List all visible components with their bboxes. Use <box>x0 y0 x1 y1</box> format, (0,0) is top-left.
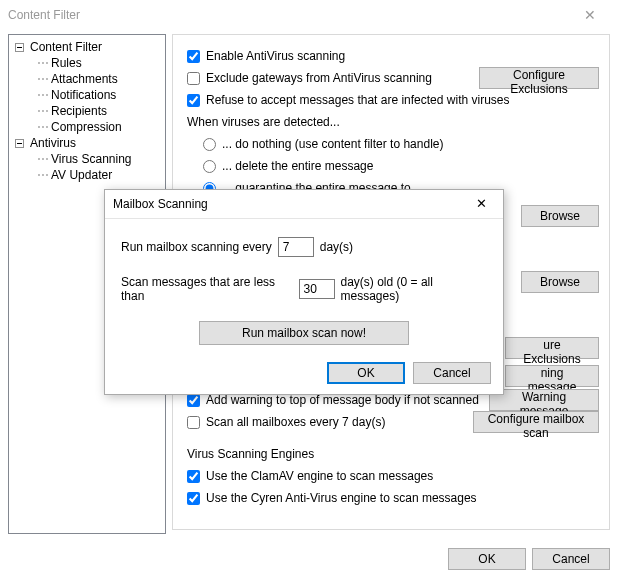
scan-less-label: Scan messages that are less than <box>121 275 293 303</box>
ure-exclusions-button[interactable]: ure Exclusions <box>505 337 599 359</box>
dialog-titlebar: Mailbox Scanning ✕ <box>105 190 503 219</box>
run-every-label: Run mailbox scanning every <box>121 240 272 254</box>
dialog-body: Run mailbox scanning every day(s) Scan m… <box>105 219 503 345</box>
dialog-buttons: OK Cancel <box>448 548 610 570</box>
close-icon[interactable]: ✕ <box>463 192 499 216</box>
run-every-input[interactable] <box>278 237 314 257</box>
engines-label: Virus Scanning Engines <box>187 447 599 461</box>
option-do-nothing[interactable]: ... do nothing (use content filter to ha… <box>203 137 443 151</box>
browse-button-2[interactable]: Browse <box>521 271 599 293</box>
option-delete-message[interactable]: ... delete the entire message <box>203 159 373 173</box>
configure-exclusions-button[interactable]: Configure Exclusions <box>479 67 599 89</box>
scan-all-checkbox[interactable]: Scan all mailboxes every 7 day(s) <box>187 415 385 429</box>
tree-node-rules[interactable]: ⋯Rules <box>11 55 163 71</box>
detected-label: When viruses are detected... <box>187 111 599 133</box>
use-cyren-checkbox[interactable]: Use the Cyren Anti-Virus engine to scan … <box>187 491 477 505</box>
titlebar: Content Filter ✕ <box>0 0 618 30</box>
use-clamav-checkbox[interactable]: Use the ClamAV engine to scan messages <box>187 469 433 483</box>
collapse-icon[interactable] <box>15 43 24 52</box>
tree-node-content-filter[interactable]: Content Filter <box>11 39 163 55</box>
tree-node-compression[interactable]: ⋯Compression <box>11 119 163 135</box>
dialog-action-buttons: OK Cancel <box>327 362 491 384</box>
dialog-cancel-button[interactable]: Cancel <box>413 362 491 384</box>
tree-node-av-updater[interactable]: ⋯AV Updater <box>11 167 163 183</box>
browse-button-1[interactable]: Browse <box>521 205 599 227</box>
run-mailbox-scan-button[interactable]: Run mailbox scan now! <box>199 321 409 345</box>
window-title: Content Filter <box>8 8 570 22</box>
main-window: Content Filter ✕ Content Filter ⋯Rules ⋯… <box>0 0 618 586</box>
dialog-title: Mailbox Scanning <box>113 197 463 211</box>
run-every-row: Run mailbox scanning every day(s) <box>121 237 487 257</box>
mailbox-scanning-dialog: Mailbox Scanning ✕ Run mailbox scanning … <box>104 189 504 395</box>
close-icon[interactable]: ✕ <box>570 0 610 30</box>
exclude-gateways-checkbox[interactable]: Exclude gateways from AntiVirus scanning <box>187 71 432 85</box>
dialog-ok-button[interactable]: OK <box>327 362 405 384</box>
scan-less-input[interactable] <box>299 279 335 299</box>
configure-mailbox-scan-button[interactable]: Configure mailbox scan <box>473 411 599 433</box>
scan-less-row: Scan messages that are less than day(s) … <box>121 275 487 303</box>
tree-node-attachments[interactable]: ⋯Attachments <box>11 71 163 87</box>
collapse-icon[interactable] <box>15 139 24 148</box>
tree-node-recipients[interactable]: ⋯Recipients <box>11 103 163 119</box>
add-warning-checkbox[interactable]: Add warning to top of message body if no… <box>187 393 479 407</box>
scan-less-suffix: day(s) old (0 = all messages) <box>341 275 487 303</box>
tree-node-antivirus[interactable]: Antivirus <box>11 135 163 151</box>
warning-message-button[interactable]: Warning message <box>489 389 599 411</box>
cancel-button[interactable]: Cancel <box>532 548 610 570</box>
ning-message-button[interactable]: ning message <box>505 365 599 387</box>
ok-button[interactable]: OK <box>448 548 526 570</box>
run-every-suffix: day(s) <box>320 240 353 254</box>
tree-node-notifications[interactable]: ⋯Notifications <box>11 87 163 103</box>
refuse-infected-checkbox[interactable]: Refuse to accept messages that are infec… <box>187 93 510 107</box>
tree-node-virus-scanning[interactable]: ⋯Virus Scanning <box>11 151 163 167</box>
enable-av-checkbox[interactable]: Enable AntiVirus scanning <box>187 49 345 63</box>
